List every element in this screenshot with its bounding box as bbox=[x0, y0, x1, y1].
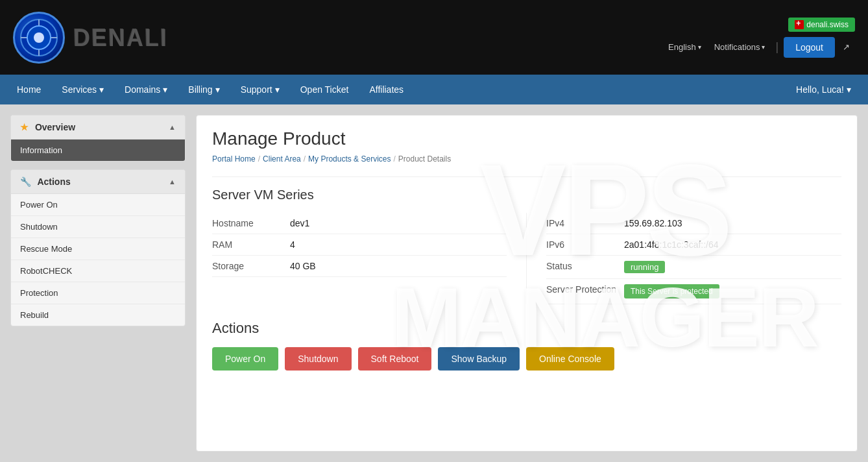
action-buttons-group: Power On Shutdown Soft Reboot Show Backu… bbox=[212, 347, 841, 371]
breadcrumb-my-products[interactable]: My Products & Services bbox=[308, 154, 391, 164]
actions-chevron-icon: ▲ bbox=[169, 178, 176, 186]
svg-point-2 bbox=[32, 31, 45, 44]
logo-icon bbox=[13, 12, 65, 64]
swiss-flag-icon bbox=[795, 20, 804, 29]
sidebar-actions-header-label: 🔧 Actions bbox=[20, 176, 71, 187]
nav-billing[interactable]: Billing ▾ bbox=[178, 75, 230, 104]
wrench-icon: 🔧 bbox=[20, 176, 31, 187]
ipv4-row: IPv4 159.69.82.103 bbox=[546, 213, 841, 234]
hostname-label: Hostname bbox=[212, 218, 290, 228]
main-nav: Home Services ▾ Domains ▾ Billing ▾ Supp… bbox=[0, 75, 868, 104]
overview-chevron-icon: ▲ bbox=[169, 123, 176, 131]
sidebar-actions-section: 🔧 Actions ▲ Power On Shutdown Rescue Mod… bbox=[10, 169, 186, 326]
notifications-arrow-icon: ▾ bbox=[762, 43, 765, 51]
storage-value: 40 GB bbox=[290, 261, 316, 271]
server-protection-badge: This Server is protected bbox=[624, 284, 719, 298]
ipv6-row: IPv6 2a01:4f8:1c1c:3caf::/64 bbox=[546, 234, 841, 256]
sidebar-overview-header[interactable]: ★ Overview ▲ bbox=[11, 116, 185, 140]
hello-dropdown-icon: ▾ bbox=[847, 84, 851, 95]
product-series-title: Server VM Series bbox=[212, 188, 841, 202]
nav-open-ticket[interactable]: Open Ticket bbox=[290, 75, 359, 104]
sidebar-item-information[interactable]: Information bbox=[11, 140, 185, 161]
main-nav-left: Home Services ▾ Domains ▾ Billing ▾ Supp… bbox=[6, 75, 414, 104]
storage-row: Storage 40 GB bbox=[212, 256, 507, 277]
info-grid: Hostname dev1 RAM 4 Storage 40 GB IPv4 1… bbox=[212, 213, 841, 304]
ram-value: 4 bbox=[290, 239, 295, 250]
external-link-button[interactable]: ↗ bbox=[838, 40, 855, 55]
breadcrumb-client-area[interactable]: Client Area bbox=[263, 154, 301, 164]
page-title: Manage Product bbox=[212, 128, 841, 149]
ram-label: RAM bbox=[212, 239, 290, 250]
support-dropdown-icon: ▾ bbox=[275, 84, 280, 95]
svg-point-3 bbox=[36, 34, 42, 41]
info-col-right: IPv4 159.69.82.103 IPv6 2a01:4f8:1c1c:3c… bbox=[527, 213, 841, 304]
sidebar-actions-header[interactable]: 🔧 Actions ▲ bbox=[11, 170, 185, 194]
actions-section: Actions Power On Shutdown Soft Reboot Sh… bbox=[212, 320, 841, 371]
billing-dropdown-icon: ▾ bbox=[215, 84, 220, 95]
breadcrumb-portal-home[interactable]: Portal Home bbox=[212, 154, 256, 164]
server-protection-label: Server Protection bbox=[546, 284, 624, 295]
nav-services[interactable]: Services ▾ bbox=[51, 75, 114, 104]
power-on-button[interactable]: Power On bbox=[212, 347, 278, 371]
online-console-button[interactable]: Online Console bbox=[526, 347, 614, 371]
info-col-left: Hostname dev1 RAM 4 Storage 40 GB bbox=[212, 213, 527, 304]
sidebar-overview-header-label: ★ Overview bbox=[20, 122, 75, 132]
breadcrumb-sep-1: / bbox=[258, 154, 260, 164]
sidebar-item-power-on[interactable]: Power On bbox=[11, 194, 185, 216]
services-dropdown-icon: ▾ bbox=[99, 84, 104, 95]
hostname-row: Hostname dev1 bbox=[212, 213, 507, 234]
shutdown-button[interactable]: Shutdown bbox=[285, 347, 351, 371]
status-row: Status running bbox=[546, 256, 841, 279]
top-divider bbox=[212, 176, 841, 177]
dropdown-arrow-icon: ▾ bbox=[698, 43, 701, 51]
storage-label: Storage bbox=[212, 261, 290, 271]
nav-divider: | bbox=[775, 40, 778, 54]
status-label: Status bbox=[546, 261, 624, 271]
sidebar-item-robotcheck[interactable]: RobotCHECK bbox=[11, 260, 185, 282]
svg-point-0 bbox=[21, 19, 57, 56]
top-nav-right: English ▾ Notifications ▾ | Logout ↗ bbox=[663, 37, 855, 58]
domains-dropdown-icon: ▾ bbox=[163, 84, 167, 95]
protection-row: Server Protection This Server is protect… bbox=[546, 279, 841, 304]
show-backup-button[interactable]: Show Backup bbox=[438, 347, 520, 371]
nav-domains[interactable]: Domains ▾ bbox=[114, 75, 178, 104]
breadcrumb-sep-2: / bbox=[304, 154, 306, 164]
star-icon: ★ bbox=[20, 122, 29, 132]
content-wrapper: ★ Overview ▲ Information 🔧 Actions ▲ Pow… bbox=[0, 104, 868, 462]
soft-reboot-button[interactable]: Soft Reboot bbox=[358, 347, 432, 371]
sidebar-overview-section: ★ Overview ▲ Information bbox=[10, 115, 186, 162]
ipv6-label: IPv6 bbox=[546, 239, 624, 250]
external-link-icon: ↗ bbox=[843, 42, 850, 52]
sidebar: ★ Overview ▲ Information 🔧 Actions ▲ Pow… bbox=[10, 115, 186, 452]
brand-name: DENALI bbox=[73, 24, 167, 51]
ipv4-value: 159.69.82.103 bbox=[624, 218, 682, 228]
sidebar-item-rescue-mode[interactable]: Rescue Mode bbox=[11, 238, 185, 260]
swiss-badge: denali.swiss bbox=[788, 18, 855, 32]
top-bar: DENALI denali.swiss English ▾ Notificati… bbox=[0, 0, 868, 75]
language-selector[interactable]: English ▾ bbox=[663, 40, 706, 55]
nav-home[interactable]: Home bbox=[6, 75, 51, 104]
main-content: Manage Product Portal Home / Client Area… bbox=[196, 115, 858, 452]
hello-user[interactable]: Hello, Luca! ▾ bbox=[786, 75, 862, 104]
breadcrumb: Portal Home / Client Area / My Products … bbox=[212, 154, 841, 164]
logo-area: DENALI bbox=[13, 12, 167, 64]
ipv6-value: 2a01:4f8:1c1c:3caf::/64 bbox=[624, 239, 719, 250]
ipv4-label: IPv4 bbox=[546, 218, 624, 228]
svg-point-1 bbox=[27, 26, 51, 49]
ram-row: RAM 4 bbox=[212, 234, 507, 256]
sidebar-item-protection[interactable]: Protection bbox=[11, 282, 185, 304]
sidebar-item-rebuild[interactable]: Rebuild bbox=[11, 304, 185, 326]
hostname-value: dev1 bbox=[290, 218, 309, 228]
nav-affiliates[interactable]: Affiliates bbox=[359, 75, 414, 104]
sidebar-item-shutdown[interactable]: Shutdown bbox=[11, 216, 185, 238]
status-badge: running bbox=[624, 261, 665, 273]
logout-button[interactable]: Logout bbox=[784, 37, 835, 58]
nav-support[interactable]: Support ▾ bbox=[230, 75, 290, 104]
actions-title: Actions bbox=[212, 320, 841, 337]
notifications-button[interactable]: Notifications ▾ bbox=[709, 40, 771, 55]
breadcrumb-sep-3: / bbox=[393, 154, 395, 164]
top-right: denali.swiss English ▾ Notifications ▾ |… bbox=[663, 18, 855, 58]
breadcrumb-product-details: Product Details bbox=[398, 154, 451, 164]
